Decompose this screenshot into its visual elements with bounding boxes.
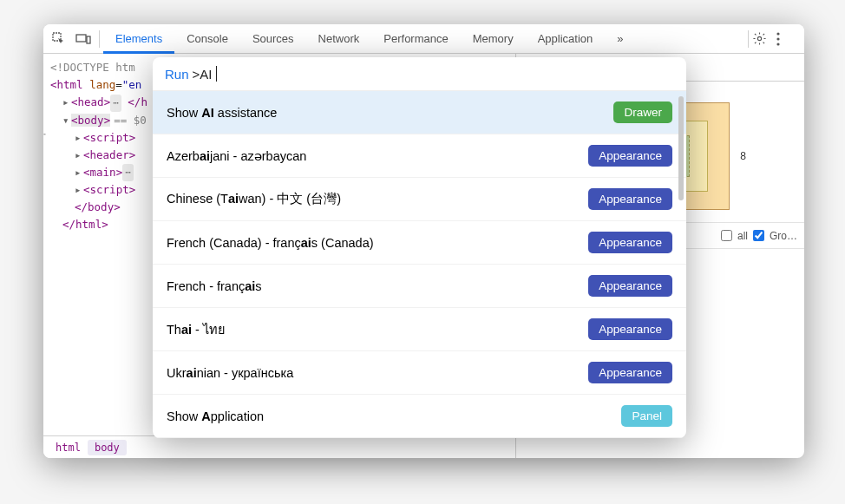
command-badge: Appearance [588, 318, 672, 340]
svg-point-4 [776, 32, 779, 35]
tabs-overflow[interactable]: » [605, 24, 635, 54]
command-item[interactable]: Chinese (Taiwan) - 中文 (台灣)Appearance [153, 178, 686, 221]
command-list: Show AI assistanceDrawerAzerbaijani - az… [153, 90, 686, 438]
command-item-label: French (Canada) - français (Canada) [167, 236, 374, 250]
gutter-dots-icon: ⋯ [43, 129, 47, 139]
dom-doctype: <!DOCTYPE htm [50, 61, 135, 74]
cmd-run-label: Run [165, 67, 189, 82]
command-item[interactable]: French - françaisAppearance [153, 265, 686, 308]
command-badge: Drawer [613, 101, 672, 123]
crumb-html[interactable]: html [49, 440, 88, 455]
group-checkbox[interactable] [753, 230, 764, 241]
command-item-label: Thai - ไทย [167, 319, 225, 339]
command-item-label: Ukrainian - українська [167, 366, 293, 380]
toolbar-separator [99, 30, 100, 48]
command-item[interactable]: Ukrainian - українськаAppearance [153, 351, 686, 395]
more-icon[interactable] [776, 32, 801, 46]
command-menu: Run >AI Show AI assistanceDrawerAzerbaij… [153, 57, 686, 438]
command-badge: Appearance [588, 362, 672, 383]
command-item-label: Chinese (Taiwan) - 中文 (台灣) [167, 191, 341, 207]
main-toolbar: Elements Console Sources Network Perform… [43, 24, 804, 54]
command-item-label: Azerbaijani - azərbaycan [167, 149, 306, 163]
svg-point-6 [776, 43, 779, 45]
tab-performance[interactable]: Performance [371, 24, 460, 54]
command-item[interactable]: Azerbaijani - azərbaycanAppearance [153, 134, 686, 178]
text-cursor [216, 66, 217, 82]
command-item-label: French - français [167, 279, 262, 293]
box-margin-right: 8 [740, 150, 746, 162]
tab-sources[interactable]: Sources [240, 24, 306, 54]
toolbar-separator [748, 30, 749, 48]
show-all-checkbox[interactable] [721, 230, 732, 241]
command-badge: Appearance [588, 232, 672, 253]
svg-point-3 [757, 36, 761, 40]
command-item[interactable]: Thai - ไทยAppearance [153, 308, 686, 351]
tab-network[interactable]: Network [306, 24, 372, 54]
svg-point-5 [776, 37, 779, 40]
settings-icon[interactable] [752, 31, 776, 46]
show-all-label: all [737, 230, 748, 242]
device-icon[interactable] [71, 27, 95, 51]
command-item-label: Show Application [167, 409, 264, 423]
command-badge: Appearance [588, 145, 672, 167]
tab-console[interactable]: Console [174, 24, 240, 54]
tab-elements[interactable]: Elements [103, 24, 174, 54]
cmd-query-text: >AI [193, 67, 213, 82]
command-item[interactable]: French (Canada) - français (Canada)Appea… [153, 221, 686, 265]
breadcrumb: html body [43, 435, 515, 458]
command-item-label: Show AI assistance [167, 106, 277, 120]
svg-rect-1 [76, 35, 86, 42]
svg-rect-2 [87, 36, 90, 43]
tab-memory[interactable]: Memory [461, 24, 526, 54]
command-input[interactable]: Run >AI [153, 57, 686, 90]
inspect-icon[interactable] [47, 27, 71, 51]
tab-application[interactable]: Application [526, 24, 606, 54]
command-badge: Panel [621, 405, 672, 427]
group-label: Gro… [770, 230, 797, 242]
command-item[interactable]: Show ApplicationPanel [153, 395, 686, 438]
command-item[interactable]: Show AI assistanceDrawer [153, 91, 686, 134]
command-badge: Appearance [588, 188, 672, 210]
crumb-body[interactable]: body [88, 440, 127, 455]
command-badge: Appearance [588, 275, 672, 297]
scrollbar-thumb[interactable] [678, 96, 684, 200]
